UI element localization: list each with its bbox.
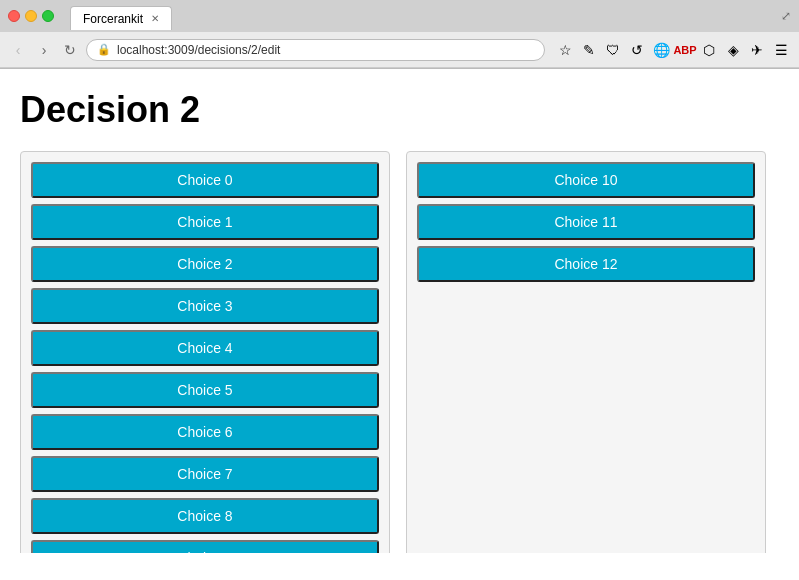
toolbar-icons: ☆ ✎ 🛡 ↺ 🌐 ABP ⬡ ◈ ✈ ☰	[555, 40, 791, 60]
browser-chrome: Forcerankit ✕ ⤢ ‹ › ↻ 🔒 localhost:3009/d…	[0, 0, 799, 69]
choice-item[interactable]: Choice 12	[417, 246, 755, 282]
lock-icon: 🔒	[97, 43, 111, 56]
url-text: localhost:3009/decisions/2/edit	[117, 43, 280, 57]
choice-item[interactable]: Choice 3	[31, 288, 379, 324]
menu-icon[interactable]: ☰	[771, 40, 791, 60]
choice-item[interactable]: Choice 0	[31, 162, 379, 198]
title-bar: Forcerankit ✕ ⤢	[0, 0, 799, 32]
extensions-icon[interactable]: ✎	[579, 40, 599, 60]
reload-button[interactable]: ↻	[60, 40, 80, 60]
minimize-button[interactable]	[25, 10, 37, 22]
choice-item[interactable]: Choice 2	[31, 246, 379, 282]
forward-button[interactable]: ›	[34, 40, 54, 60]
choice-item[interactable]: Choice 11	[417, 204, 755, 240]
choice-item[interactable]: Choice 5	[31, 372, 379, 408]
page-content: Decision 2 Choice 0Choice 1Choice 2Choic…	[0, 69, 799, 553]
active-tab[interactable]: Forcerankit ✕	[70, 6, 172, 30]
choice-item[interactable]: Choice 6	[31, 414, 379, 450]
choice-item[interactable]: Choice 9	[31, 540, 379, 553]
expand-icon[interactable]: ⤢	[781, 9, 791, 23]
maximize-button[interactable]	[42, 10, 54, 22]
abp-icon[interactable]: ABP	[675, 40, 695, 60]
tab-close-icon[interactable]: ✕	[151, 13, 159, 24]
choice-item[interactable]: Choice 8	[31, 498, 379, 534]
back-button[interactable]: ‹	[8, 40, 28, 60]
refresh-icon[interactable]: ↺	[627, 40, 647, 60]
shield-icon[interactable]: 🛡	[603, 40, 623, 60]
plugin-icon1[interactable]: ⬡	[699, 40, 719, 60]
choice-item[interactable]: Choice 4	[31, 330, 379, 366]
address-bar-row: ‹ › ↻ 🔒 localhost:3009/decisions/2/edit …	[0, 32, 799, 68]
right-column: Choice 10Choice 11Choice 12	[406, 151, 766, 553]
left-column: Choice 0Choice 1Choice 2Choice 3Choice 4…	[20, 151, 390, 553]
close-button[interactable]	[8, 10, 20, 22]
plugin-icon2[interactable]: ◈	[723, 40, 743, 60]
address-bar[interactable]: 🔒 localhost:3009/decisions/2/edit	[86, 39, 545, 61]
page-title: Decision 2	[20, 89, 779, 131]
columns-wrapper: Choice 0Choice 1Choice 2Choice 3Choice 4…	[20, 151, 779, 553]
tab-bar: Forcerankit ✕	[62, 2, 180, 30]
choice-item[interactable]: Choice 1	[31, 204, 379, 240]
traffic-lights	[8, 10, 54, 22]
plugin-icon3[interactable]: ✈	[747, 40, 767, 60]
choice-item[interactable]: Choice 7	[31, 456, 379, 492]
choice-item[interactable]: Choice 10	[417, 162, 755, 198]
tab-label: Forcerankit	[83, 12, 143, 26]
vpn-icon[interactable]: 🌐	[651, 40, 671, 60]
bookmark-icon[interactable]: ☆	[555, 40, 575, 60]
